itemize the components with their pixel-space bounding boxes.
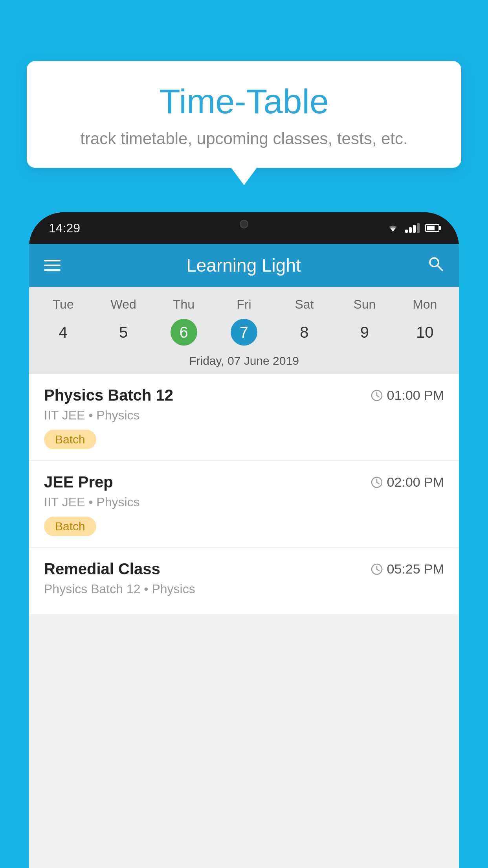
day-header-fri: Fri <box>214 294 274 315</box>
status-icons <box>386 223 439 233</box>
date-cell-4[interactable]: 4 <box>33 318 93 346</box>
date-cell-8[interactable]: 8 <box>274 318 334 346</box>
day-header-tue: Tue <box>33 294 93 315</box>
search-button[interactable] <box>427 255 444 276</box>
schedule-item-subtitle-1: IIT JEE • Physics <box>44 408 444 423</box>
calendar-section: Tue Wed Thu Fri Sat Sun Mon 4 5 6 7 <box>29 287 459 374</box>
app-title: Learning Light <box>72 255 415 276</box>
battery-icon <box>425 224 439 232</box>
tooltip-card: Time-Table track timetable, upcoming cla… <box>27 61 461 168</box>
phone-time: 14:29 <box>49 221 80 235</box>
day-header-wed: Wed <box>93 294 153 315</box>
hamburger-menu-button[interactable] <box>44 260 61 271</box>
svg-line-4 <box>377 395 379 397</box>
schedule-list: Physics Batch 12 01:00 PM IIT JEE • Phys… <box>29 374 459 615</box>
schedule-item-subtitle-3: Physics Batch 12 • Physics <box>44 582 444 596</box>
phone-content: Learning Light Tue Wed Thu Fri Sat Sun M… <box>29 244 459 868</box>
schedule-item-1[interactable]: Physics Batch 12 01:00 PM IIT JEE • Phys… <box>29 374 459 461</box>
app-header: Learning Light <box>29 244 459 287</box>
schedule-item-header-3: Remedial Class 05:25 PM <box>44 560 444 578</box>
svg-line-10 <box>377 569 379 571</box>
clock-icon-2 <box>371 476 383 488</box>
schedule-item-time-1: 01:00 PM <box>371 388 444 403</box>
day-header-sun: Sun <box>334 294 394 315</box>
schedule-item-time-2: 02:00 PM <box>371 474 444 490</box>
tooltip-subtitle: track timetable, upcoming classes, tests… <box>50 129 438 148</box>
camera-dot <box>240 220 248 228</box>
clock-icon-3 <box>371 563 383 575</box>
day-header-sat: Sat <box>274 294 334 315</box>
schedule-item-3[interactable]: Remedial Class 05:25 PM Physics Batch 12… <box>29 548 459 615</box>
batch-badge-1: Batch <box>44 430 96 449</box>
svg-line-1 <box>437 265 442 270</box>
batch-badge-2: Batch <box>44 517 96 536</box>
schedule-item-header-2: JEE Prep 02:00 PM <box>44 473 444 491</box>
phone-frame: 14:29 <box>29 212 459 868</box>
schedule-item-title-2: JEE Prep <box>44 473 113 491</box>
date-cell-9[interactable]: 9 <box>334 318 394 346</box>
tooltip-title: Time-Table <box>50 83 438 121</box>
schedule-item-2[interactable]: JEE Prep 02:00 PM IIT JEE • Physics Batc… <box>29 461 459 548</box>
date-cell-7[interactable]: 7 <box>214 318 274 346</box>
date-cell-10[interactable]: 10 <box>395 318 455 346</box>
wifi-icon <box>386 223 400 233</box>
signal-bars-icon <box>405 223 420 233</box>
schedule-item-time-3: 05:25 PM <box>371 561 444 577</box>
schedule-item-header-1: Physics Batch 12 01:00 PM <box>44 386 444 404</box>
schedule-item-subtitle-2: IIT JEE • Physics <box>44 495 444 509</box>
selected-date-label: Friday, 07 June 2019 <box>29 350 459 374</box>
phone-notch <box>216 212 272 236</box>
day-header-mon: Mon <box>395 294 455 315</box>
status-bar: 14:29 <box>29 212 459 244</box>
svg-line-7 <box>377 482 379 484</box>
day-headers: Tue Wed Thu Fri Sat Sun Mon <box>29 294 459 315</box>
date-cell-6[interactable]: 6 <box>154 318 214 346</box>
date-row: 4 5 6 7 8 9 10 <box>29 315 459 350</box>
date-cell-5[interactable]: 5 <box>93 318 153 346</box>
clock-icon-1 <box>371 390 383 401</box>
day-header-thu: Thu <box>154 294 214 315</box>
schedule-item-title-3: Remedial Class <box>44 560 160 578</box>
schedule-item-title-1: Physics Batch 12 <box>44 386 173 404</box>
